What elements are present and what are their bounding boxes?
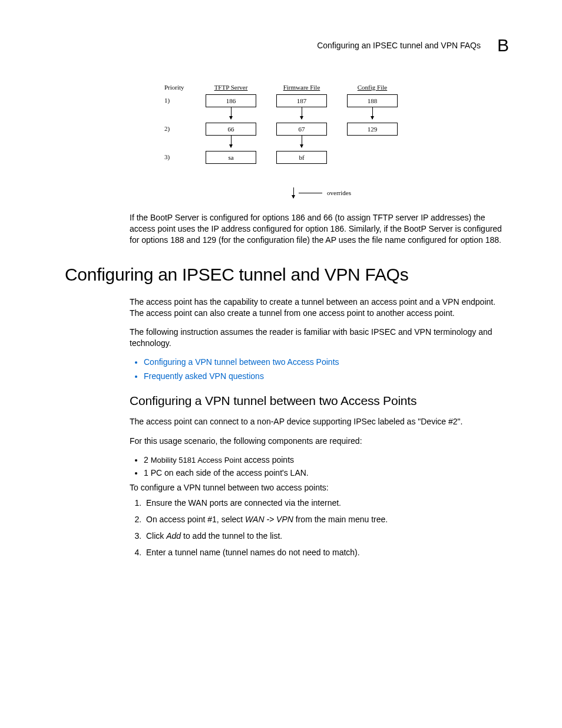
list-item: 2 Mobility 5181 Access Point access poin…	[144, 455, 509, 465]
intro-paragraph: If the BootP Server is configured for op…	[130, 212, 509, 246]
diagram-rownum: 3)	[163, 151, 199, 160]
down-arrow-icon	[302, 136, 302, 147]
link-list: Configuring a VPN tunnel between two Acc…	[144, 357, 509, 381]
subsection-paragraph: The access point can connect to a non-AP…	[130, 416, 509, 427]
override-label: overrides	[327, 189, 351, 196]
down-arrow-icon	[372, 107, 373, 119]
req-text: 2	[144, 455, 151, 465]
step-action: Add	[166, 531, 181, 541]
down-arrow-icon	[231, 136, 232, 147]
subsection-heading: Configuring a VPN tunnel between two Acc…	[130, 394, 509, 408]
diagram-cell: 186	[206, 94, 256, 107]
down-arrow-icon	[231, 107, 232, 119]
section-paragraph: The following instruction assumes the re…	[130, 327, 509, 349]
step-text: Click	[146, 531, 166, 541]
req-product-name: Mobility 5181 Access Point	[151, 456, 242, 465]
link-vpn-faq[interactable]: Frequently asked VPN questions	[144, 371, 264, 381]
diagram-row: 3) sa bf	[163, 151, 411, 164]
header-title: Configuring an IPSEC tunnel and VPN FAQs	[317, 41, 481, 50]
section-heading: Configuring an IPSEC tunnel and VPN FAQs	[65, 265, 509, 285]
diagram-cell: bf	[276, 151, 327, 164]
requirements-list: 2 Mobility 5181 Access Point access poin…	[144, 455, 509, 477]
link-configuring-vpn-tunnel[interactable]: Configuring a VPN tunnel between two Acc…	[144, 357, 339, 367]
page-header: Configuring an IPSEC tunnel and VPN FAQs…	[65, 35, 509, 55]
diagram-cell: 129	[347, 123, 398, 136]
appendix-letter: B	[497, 35, 509, 55]
down-arrow-icon	[293, 187, 294, 198]
diagram-col-priority: Priority	[163, 84, 199, 91]
list-item: Enter a tunnel name (tunnel names do not…	[144, 548, 509, 557]
down-arrow-icon	[302, 107, 302, 119]
diagram-cell: sa	[206, 151, 256, 164]
list-item: Click Add to add the tunnel to the list.	[144, 531, 509, 541]
legend-line-icon	[299, 193, 322, 193]
diagram-col-firmware: Firmware File	[263, 84, 340, 91]
options-priority-diagram: Priority TFTP Server Firmware File Confi…	[163, 84, 411, 198]
req-text: access points	[242, 455, 294, 465]
subsection-paragraph: To configure a VPN tunnel between two ac…	[130, 482, 509, 493]
diagram-rownum: 1)	[163, 94, 199, 104]
subsection-paragraph: For this usage scenario, the following c…	[130, 436, 509, 447]
diagram-override-legend: overrides	[234, 187, 411, 198]
steps-list: Ensure the WAN ports are connected via t…	[144, 498, 509, 557]
step-text: from the main menu tree.	[293, 515, 388, 524]
list-item: 1 PC on each side of the access point's …	[144, 468, 509, 477]
diagram-cell: 188	[347, 94, 398, 107]
diagram-col-tftp: TFTP Server	[199, 84, 263, 91]
list-item: Configuring a VPN tunnel between two Acc…	[144, 357, 509, 367]
diagram-cell: 67	[276, 123, 327, 136]
diagram-cell: 187	[276, 94, 327, 107]
step-text: to add the tunnel to the list.	[181, 531, 282, 541]
list-item: Frequently asked VPN questions	[144, 371, 509, 381]
list-item: On access point #1, select WAN -> VPN fr…	[144, 515, 509, 524]
section-paragraph: The access point has the capability to c…	[130, 297, 509, 319]
diagram-rownum: 2)	[163, 123, 199, 132]
diagram-row: 2) 66 67 129	[163, 123, 411, 147]
list-item: Ensure the WAN ports are connected via t…	[144, 498, 509, 508]
step-menu-path: WAN -> VPN	[245, 515, 293, 524]
step-text: On access point #1, select	[146, 515, 245, 524]
diagram-cell: 66	[206, 123, 256, 136]
diagram-col-config: Config File	[340, 84, 405, 91]
diagram-row: 1) 186 187 188	[163, 94, 411, 119]
